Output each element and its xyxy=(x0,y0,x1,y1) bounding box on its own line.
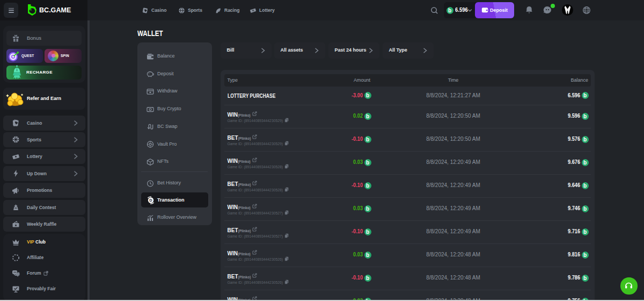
svg-text:D: D xyxy=(149,198,152,203)
